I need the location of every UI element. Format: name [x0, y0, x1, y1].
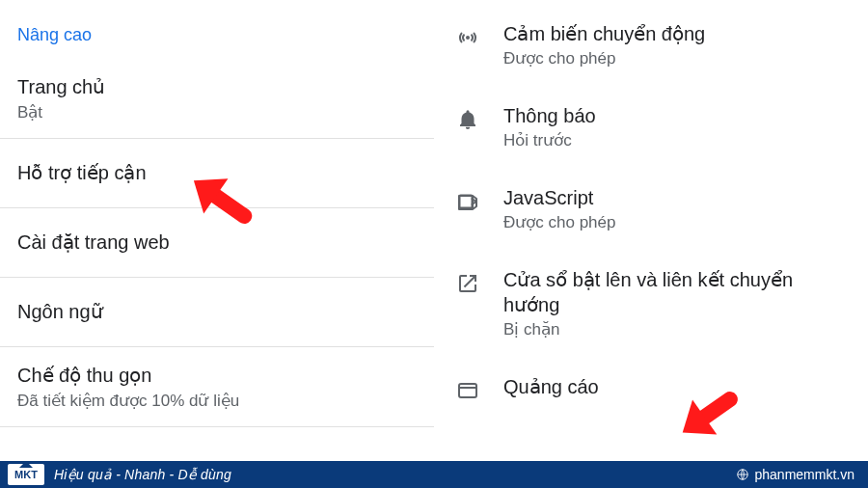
footer-logo-text: MKT	[14, 469, 38, 480]
svg-point-0	[466, 36, 470, 40]
site-setting-title: JavaScript	[503, 185, 845, 210]
settings-item-title: Chế độ thu gọn	[17, 363, 417, 389]
site-setting-subtitle: Được cho phép	[503, 48, 845, 68]
site-setting-javascript[interactable]: JavaScript Được cho phép	[434, 168, 868, 250]
site-setting-title: Cửa sổ bật lên và liên kết chuyển hướng	[503, 267, 845, 317]
popup-redirect-icon	[455, 271, 480, 296]
javascript-icon	[455, 189, 480, 214]
settings-item-title: Trang chủ	[17, 74, 417, 100]
settings-item-title: Hỗ trợ tiếp cận	[17, 154, 417, 192]
site-setting-title: Thông báo	[503, 103, 845, 128]
site-setting-ads[interactable]: Quảng cáo	[434, 357, 868, 403]
site-setting-subtitle: Bị chặn	[503, 319, 845, 339]
settings-item-site-settings[interactable]: Cài đặt trang web	[0, 208, 434, 278]
site-setting-subtitle: Hỏi trước	[503, 130, 845, 150]
settings-item-title: Ngôn ngữ	[17, 293, 417, 331]
settings-item-subtitle: Đã tiết kiệm được 10% dữ liệu	[17, 391, 417, 411]
motion-sensor-icon	[455, 25, 480, 50]
settings-item-homepage[interactable]: Trang chủ Bật	[0, 59, 434, 139]
site-setting-notifications[interactable]: Thông báo Hỏi trước	[434, 86, 868, 168]
globe-icon	[736, 468, 749, 481]
settings-left-column: Nâng cao Trang chủ Bật Hỗ trợ tiếp cận C…	[0, 0, 434, 488]
site-setting-title: Quảng cáo	[503, 374, 845, 399]
site-settings-right-column: Cảm biến chuyển động Được cho phép Thông…	[434, 0, 868, 488]
footer-site: phanmemmkt.vn	[755, 467, 854, 482]
site-setting-title: Cảm biến chuyển động	[503, 21, 845, 46]
footer-slogan: Hiệu quả - Nhanh - Dễ dùng	[54, 467, 231, 482]
footer-bar: MKT Hiệu quả - Nhanh - Dễ dùng phanmemmk…	[0, 461, 868, 488]
advanced-section-heading: Nâng cao	[0, 0, 434, 59]
settings-item-lite-mode[interactable]: Chế độ thu gọn Đã tiết kiệm được 10% dữ …	[0, 347, 434, 427]
settings-item-title: Cài đặt trang web	[17, 224, 417, 261]
site-setting-popups-redirects[interactable]: Cửa sổ bật lên và liên kết chuyển hướng …	[434, 250, 868, 357]
settings-item-subtitle: Bật	[17, 102, 417, 122]
settings-item-accessibility[interactable]: Hỗ trợ tiếp cận	[0, 139, 434, 208]
site-setting-subtitle: Được cho phép	[503, 212, 845, 232]
footer-logo: MKT	[8, 464, 44, 485]
site-setting-motion-sensors[interactable]: Cảm biến chuyển động Được cho phép	[434, 4, 868, 86]
settings-item-language[interactable]: Ngôn ngữ	[0, 278, 434, 347]
bell-icon	[455, 107, 480, 132]
ads-icon	[455, 378, 480, 403]
svg-rect-2	[459, 384, 476, 397]
